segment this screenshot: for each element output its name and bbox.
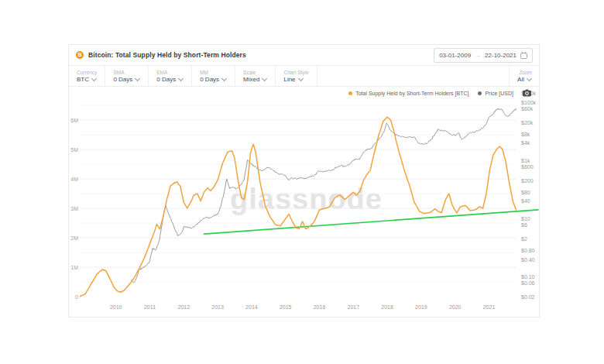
- date-range-picker[interactable]: 03-01-2009 → 22-10-2021: [434, 48, 533, 63]
- sma-dropdown[interactable]: SMA 0 Days: [105, 66, 149, 86]
- svg-text:2015: 2015: [280, 304, 292, 310]
- legend-dot: [478, 91, 482, 95]
- svg-text:2018: 2018: [381, 304, 393, 310]
- dropdown-value: Line: [283, 77, 295, 83]
- svg-text:$100k: $100k: [521, 100, 537, 105]
- svg-text:2013: 2013: [211, 304, 224, 310]
- chevron-down-icon: [221, 76, 227, 81]
- svg-text:2014: 2014: [245, 304, 258, 310]
- svg-text:$8k: $8k: [521, 132, 530, 137]
- chevron-down-icon: [178, 76, 184, 81]
- ema-dropdown[interactable]: EMA 0 Days: [149, 66, 192, 86]
- legend-label: Price [USD]: [485, 91, 513, 96]
- zoom-dropdown[interactable]: Zoom All: [509, 66, 539, 86]
- date-from-input[interactable]: 03-01-2009: [439, 52, 471, 59]
- chevron-down-icon: [262, 76, 267, 81]
- svg-text:$80: $80: [521, 190, 530, 195]
- svg-text:3M: 3M: [70, 206, 78, 211]
- svg-text:$200: $200: [521, 178, 534, 184]
- svg-text:$20k: $20k: [521, 120, 534, 125]
- dropdown-label: EMA: [156, 70, 184, 76]
- dropdown-value: 0 Days: [200, 77, 219, 83]
- svg-text:2M: 2M: [70, 235, 78, 241]
- svg-text:2016: 2016: [314, 304, 326, 310]
- chart-region: Total Supply Held by Short-Term Holders …: [69, 87, 539, 315]
- calendar-icon[interactable]: [520, 52, 527, 59]
- svg-text:$60k: $60k: [521, 106, 534, 112]
- dropdown-label: MM: [200, 70, 227, 76]
- svg-text:$40: $40: [521, 198, 530, 204]
- mm-dropdown[interactable]: MM 0 Days: [192, 66, 235, 86]
- date-to-input[interactable]: 22-10-2021: [485, 52, 516, 59]
- svg-text:2012: 2012: [178, 304, 190, 310]
- dropdown-value: 0 Days: [113, 77, 132, 83]
- camera-button[interactable]: [523, 89, 531, 97]
- bitcoin-icon: B: [76, 51, 84, 59]
- svg-text:2020: 2020: [449, 304, 462, 310]
- chevron-down-icon: [298, 76, 304, 81]
- dropdown-value: Mixed: [243, 77, 259, 83]
- legend: Total Supply Held by Short-Term Holders …: [348, 89, 531, 97]
- svg-text:$0.02: $0.02: [521, 294, 535, 300]
- svg-text:4M: 4M: [70, 177, 78, 182]
- svg-text:2017: 2017: [348, 304, 360, 310]
- camera-icon: [523, 89, 531, 97]
- chevron-down-icon: [135, 76, 140, 81]
- svg-text:2011: 2011: [144, 304, 156, 310]
- scale-dropdown[interactable]: Scale Mixed: [235, 66, 276, 86]
- svg-text:2021: 2021: [483, 304, 496, 310]
- svg-text:$10: $10: [521, 216, 530, 221]
- chevron-down-icon: [527, 76, 532, 81]
- chart-card: B Bitcoin: Total Supply Held by Short-Te…: [68, 44, 540, 318]
- currency-dropdown[interactable]: Currency BTC: [69, 66, 105, 86]
- legend-dot: [348, 91, 352, 95]
- chevron-down-icon: [91, 76, 97, 81]
- legend-item-price[interactable]: Price [USD]: [478, 91, 513, 96]
- svg-text:1M: 1M: [70, 265, 78, 270]
- legend-label: Total Supply Held by Short-Term Holders …: [355, 91, 468, 96]
- date-range-arrow: →: [475, 52, 481, 59]
- legend-item-supply[interactable]: Total Supply Held by Short-Term Holders …: [348, 91, 468, 96]
- dropdown-value: 0 Days: [156, 77, 176, 83]
- toolbar: Currency BTC SMA 0 Days EMA 0 Days MM 0 …: [69, 66, 539, 87]
- svg-text:0: 0: [75, 294, 78, 300]
- svg-text:$0.80: $0.80: [521, 248, 535, 253]
- dropdown-label: SMA: [113, 70, 140, 76]
- svg-text:5M: 5M: [70, 147, 78, 153]
- chart-style-dropdown[interactable]: Chart Style Line: [276, 66, 317, 86]
- svg-text:$2: $2: [521, 236, 527, 242]
- dropdown-value: BTC: [77, 77, 89, 83]
- svg-text:$0.40: $0.40: [521, 257, 535, 263]
- svg-text:2019: 2019: [415, 304, 427, 310]
- dropdown-value: All: [517, 77, 524, 83]
- chart-canvas[interactable]: 2010201120122013201420152016201720182019…: [69, 87, 539, 315]
- header-bar: B Bitcoin: Total Supply Held by Short-Te…: [69, 45, 539, 66]
- svg-text:$6: $6: [521, 222, 527, 228]
- svg-text:$0.10: $0.10: [521, 274, 535, 280]
- chart-title: Bitcoin: Total Supply Held by Short-Term…: [88, 51, 246, 59]
- dropdown-label: Zoom: [519, 70, 532, 76]
- svg-text:$0.06: $0.06: [521, 280, 535, 286]
- dropdown-label: Currency: [77, 70, 97, 76]
- svg-text:2010: 2010: [110, 304, 122, 310]
- svg-text:6M: 6M: [70, 118, 78, 123]
- svg-text:$600: $600: [521, 164, 534, 170]
- svg-text:$4k: $4k: [521, 140, 530, 146]
- dropdown-label: Chart Style: [283, 70, 308, 76]
- svg-text:$1k: $1k: [521, 158, 530, 163]
